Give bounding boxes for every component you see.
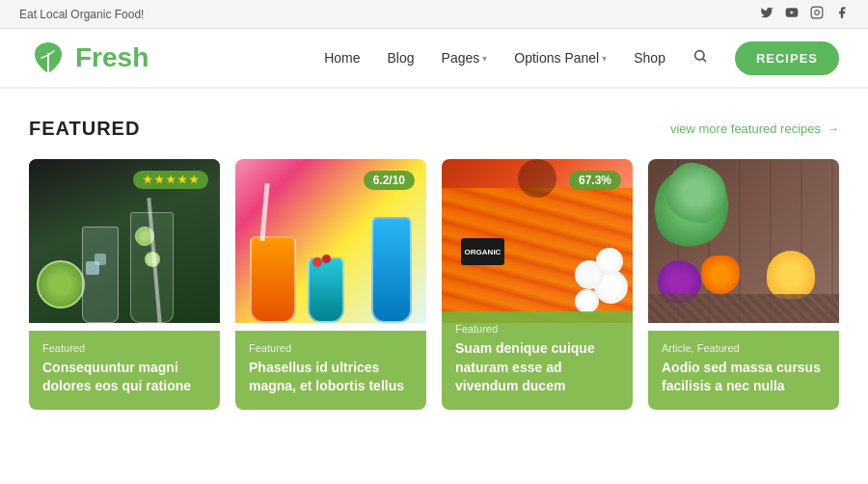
youtube-icon[interactable] [785, 6, 799, 22]
logo-icon [29, 39, 68, 77]
card3-badge: 67.3% [569, 171, 621, 190]
main-content: FEATURED view more featured recipes → [0, 89, 868, 429]
svg-line-3 [703, 59, 706, 62]
topbar-tagline: Eat Local Organic Food! [19, 8, 144, 21]
featured-card-1[interactable]: ★ ★ ★ ★ ★ Featured Consequuntur magni do… [29, 159, 220, 410]
card3-title: Suam denique cuique naturam esse ad vive… [455, 339, 619, 396]
card4-category: Article, Featured [662, 342, 826, 354]
recipes-button[interactable]: RECIPES [735, 41, 839, 75]
pages-dropdown-arrow: ▾ [482, 53, 487, 64]
card2-category: Featured [249, 342, 413, 354]
card2-title: Phasellus id ultrices magna, et lobortis… [249, 359, 413, 396]
social-icons [760, 6, 849, 22]
card1-badge: ★ ★ ★ ★ ★ [133, 171, 208, 189]
twitter-icon[interactable] [760, 6, 773, 22]
featured-cards-grid: ★ ★ ★ ★ ★ Featured Consequuntur magni do… [29, 159, 839, 410]
featured-card-3[interactable]: ORGANIC 67.3% Featured Suam denique cuiq… [442, 159, 633, 410]
nav-options-panel[interactable]: Options Panel ▾ [514, 50, 607, 66]
view-more-link[interactable]: view more featured recipes → [670, 121, 839, 136]
header: Fresh Home Blog Pages ▾ Options Panel ▾ … [0, 29, 868, 88]
card3-category: Featured [455, 323, 619, 335]
card1-title: Consequuntur magni dolores eos qui ratio… [42, 359, 206, 396]
instagram-icon[interactable] [810, 6, 824, 22]
card4-title: Aodio sed massa cursus facilisis a nec n… [662, 359, 826, 396]
featured-section-header: FEATURED view more featured recipes → [29, 118, 839, 140]
nav-blog[interactable]: Blog [388, 50, 415, 66]
main-nav: Home Blog Pages ▾ Options Panel ▾ Shop R… [324, 41, 839, 75]
card2-badge: 6.2/10 [364, 171, 415, 190]
card3-overlay: Featured Suam denique cuique naturam ess… [442, 311, 633, 410]
card1-overlay: Featured Consequuntur magni dolores eos … [29, 331, 220, 410]
svg-rect-0 [811, 7, 823, 18]
card4-overlay: Article, Featured Aodio sed massa cursus… [648, 331, 839, 410]
featured-card-4[interactable]: Article, Featured Aodio sed massa cursus… [648, 159, 839, 410]
options-dropdown-arrow: ▾ [602, 53, 607, 64]
card2-overlay: Featured Phasellus id ultrices magna, et… [235, 331, 426, 410]
nav-pages[interactable]: Pages ▾ [442, 50, 488, 66]
nav-shop[interactable]: Shop [634, 50, 665, 66]
featured-card-2[interactable]: 6.2/10 Featured Phasellus id ultrices ma… [235, 159, 426, 410]
search-icon[interactable] [692, 48, 708, 67]
nav-home[interactable]: Home [324, 50, 360, 66]
featured-title: FEATURED [29, 118, 140, 140]
svg-point-2 [695, 51, 704, 60]
logo[interactable]: Fresh [29, 39, 149, 77]
card1-category: Featured [42, 342, 206, 354]
logo-text: Fresh [75, 42, 149, 73]
topbar: Eat Local Organic Food! [0, 0, 868, 29]
facebook-icon[interactable] [835, 6, 849, 22]
card4-image [648, 159, 839, 323]
